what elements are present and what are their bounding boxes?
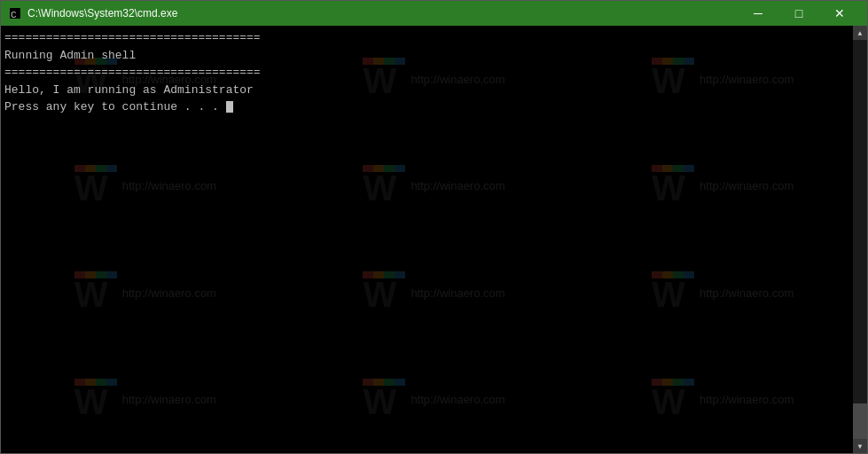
console-line-5: Press any key to continue . . . (4, 98, 864, 116)
wm-cell: W http://winaero.com (578, 347, 867, 454)
titlebar-controls: ─ □ ✕ (738, 1, 860, 26)
wm-cell: W http://winaero.com (1, 239, 290, 347)
scrollbar-down-button[interactable]: ▼ (853, 439, 867, 453)
wm-cell: W http://winaero.com (290, 133, 579, 240)
console-content: ===================================== Ru… (4, 29, 864, 116)
close-button[interactable]: ✕ (819, 1, 860, 26)
console-line-4: Hello, I am running as Administrator (4, 82, 864, 99)
maximize-button[interactable]: □ (778, 1, 819, 26)
minimize-button[interactable]: ─ (738, 1, 778, 26)
console-line-2: Running Admin shell (4, 47, 864, 65)
wm-cell: W http://winaero.com (290, 239, 579, 347)
titlebar-icon: C (8, 6, 22, 20)
wm-cell: W http://winaero.com (578, 239, 867, 347)
wm-cell: W http://winaero.com (290, 347, 579, 454)
titlebar: C C:\Windows\System32\cmd.exe ─ □ ✕ (1, 1, 867, 26)
scrollbar-thumb[interactable] (853, 403, 867, 439)
titlebar-title: C:\Windows\System32\cmd.exe (27, 7, 738, 20)
cmd-window: C C:\Windows\System32\cmd.exe ─ □ ✕ (0, 0, 868, 454)
console-area[interactable]: W http://winaero.com (1, 26, 867, 453)
svg-text:C: C (11, 10, 17, 20)
wm-cell: W http://winaero.com (578, 133, 867, 240)
cursor (226, 101, 233, 113)
console-line-3: ===================================== (4, 64, 864, 82)
console-line-1: ===================================== (4, 29, 864, 47)
wm-cell: W http://winaero.com (1, 347, 290, 454)
wm-cell: W http://winaero.com (1, 133, 290, 240)
